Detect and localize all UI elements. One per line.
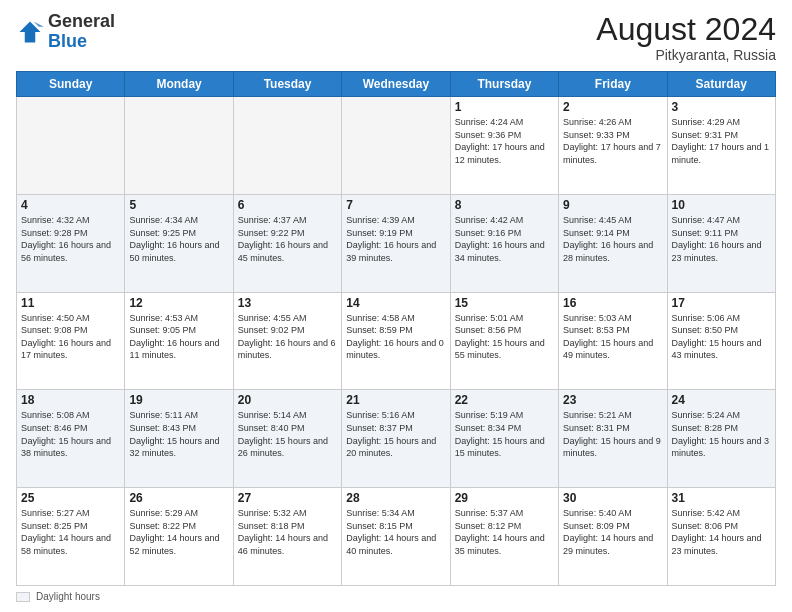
day-info: Sunrise: 4:39 AMSunset: 9:19 PMDaylight:… xyxy=(346,214,445,264)
calendar-cell: 7Sunrise: 4:39 AMSunset: 9:19 PMDaylight… xyxy=(342,194,450,292)
footer: Daylight hours xyxy=(16,591,776,602)
day-info: Sunrise: 5:32 AMSunset: 8:18 PMDaylight:… xyxy=(238,507,337,557)
day-number: 26 xyxy=(129,491,228,505)
day-info: Sunrise: 5:21 AMSunset: 8:31 PMDaylight:… xyxy=(563,409,662,459)
calendar-cell: 18Sunrise: 5:08 AMSunset: 8:46 PMDayligh… xyxy=(17,390,125,488)
day-number: 8 xyxy=(455,198,554,212)
calendar-cell: 14Sunrise: 4:58 AMSunset: 8:59 PMDayligh… xyxy=(342,292,450,390)
day-info: Sunrise: 4:29 AMSunset: 9:31 PMDaylight:… xyxy=(672,116,771,166)
calendar-cell: 11Sunrise: 4:50 AMSunset: 9:08 PMDayligh… xyxy=(17,292,125,390)
day-number: 15 xyxy=(455,296,554,310)
weekday-header-saturday: Saturday xyxy=(667,72,775,97)
weekday-header-friday: Friday xyxy=(559,72,667,97)
calendar-cell: 17Sunrise: 5:06 AMSunset: 8:50 PMDayligh… xyxy=(667,292,775,390)
calendar-cell xyxy=(125,97,233,195)
day-number: 12 xyxy=(129,296,228,310)
calendar-cell: 5Sunrise: 4:34 AMSunset: 9:25 PMDaylight… xyxy=(125,194,233,292)
daylight-label: Daylight hours xyxy=(36,591,100,602)
svg-marker-1 xyxy=(34,21,45,26)
calendar-week-5: 25Sunrise: 5:27 AMSunset: 8:25 PMDayligh… xyxy=(17,488,776,586)
calendar-cell xyxy=(342,97,450,195)
calendar-cell: 20Sunrise: 5:14 AMSunset: 8:40 PMDayligh… xyxy=(233,390,341,488)
location-subtitle: Pitkyaranta, Russia xyxy=(596,47,776,63)
daylight-legend-box xyxy=(16,592,30,602)
calendar-cell: 24Sunrise: 5:24 AMSunset: 8:28 PMDayligh… xyxy=(667,390,775,488)
calendar-week-1: 1Sunrise: 4:24 AMSunset: 9:36 PMDaylight… xyxy=(17,97,776,195)
calendar-cell: 15Sunrise: 5:01 AMSunset: 8:56 PMDayligh… xyxy=(450,292,558,390)
day-number: 7 xyxy=(346,198,445,212)
logo-general-text: General xyxy=(48,11,115,31)
day-number: 27 xyxy=(238,491,337,505)
day-info: Sunrise: 5:19 AMSunset: 8:34 PMDaylight:… xyxy=(455,409,554,459)
calendar-cell: 13Sunrise: 4:55 AMSunset: 9:02 PMDayligh… xyxy=(233,292,341,390)
logo-icon xyxy=(16,18,44,46)
calendar-cell xyxy=(17,97,125,195)
calendar-cell: 2Sunrise: 4:26 AMSunset: 9:33 PMDaylight… xyxy=(559,97,667,195)
day-info: Sunrise: 5:06 AMSunset: 8:50 PMDaylight:… xyxy=(672,312,771,362)
day-info: Sunrise: 5:37 AMSunset: 8:12 PMDaylight:… xyxy=(455,507,554,557)
calendar-cell: 1Sunrise: 4:24 AMSunset: 9:36 PMDaylight… xyxy=(450,97,558,195)
day-number: 18 xyxy=(21,393,120,407)
day-info: Sunrise: 5:24 AMSunset: 8:28 PMDaylight:… xyxy=(672,409,771,459)
day-number: 20 xyxy=(238,393,337,407)
day-info: Sunrise: 4:26 AMSunset: 9:33 PMDaylight:… xyxy=(563,116,662,166)
calendar-cell: 29Sunrise: 5:37 AMSunset: 8:12 PMDayligh… xyxy=(450,488,558,586)
calendar-cell: 31Sunrise: 5:42 AMSunset: 8:06 PMDayligh… xyxy=(667,488,775,586)
day-info: Sunrise: 5:29 AMSunset: 8:22 PMDaylight:… xyxy=(129,507,228,557)
day-info: Sunrise: 4:24 AMSunset: 9:36 PMDaylight:… xyxy=(455,116,554,166)
day-info: Sunrise: 5:08 AMSunset: 8:46 PMDaylight:… xyxy=(21,409,120,459)
calendar-week-3: 11Sunrise: 4:50 AMSunset: 9:08 PMDayligh… xyxy=(17,292,776,390)
calendar-cell: 25Sunrise: 5:27 AMSunset: 8:25 PMDayligh… xyxy=(17,488,125,586)
day-number: 19 xyxy=(129,393,228,407)
page: General Blue August 2024 Pitkyaranta, Ru… xyxy=(0,0,792,612)
day-info: Sunrise: 4:32 AMSunset: 9:28 PMDaylight:… xyxy=(21,214,120,264)
day-info: Sunrise: 4:55 AMSunset: 9:02 PMDaylight:… xyxy=(238,312,337,362)
day-info: Sunrise: 4:53 AMSunset: 9:05 PMDaylight:… xyxy=(129,312,228,362)
day-info: Sunrise: 4:58 AMSunset: 8:59 PMDaylight:… xyxy=(346,312,445,362)
weekday-header-wednesday: Wednesday xyxy=(342,72,450,97)
calendar-cell: 22Sunrise: 5:19 AMSunset: 8:34 PMDayligh… xyxy=(450,390,558,488)
day-number: 10 xyxy=(672,198,771,212)
day-number: 28 xyxy=(346,491,445,505)
day-info: Sunrise: 5:14 AMSunset: 8:40 PMDaylight:… xyxy=(238,409,337,459)
day-number: 9 xyxy=(563,198,662,212)
day-number: 31 xyxy=(672,491,771,505)
day-info: Sunrise: 4:50 AMSunset: 9:08 PMDaylight:… xyxy=(21,312,120,362)
calendar-cell: 9Sunrise: 4:45 AMSunset: 9:14 PMDaylight… xyxy=(559,194,667,292)
calendar-cell xyxy=(233,97,341,195)
calendar-cell: 10Sunrise: 4:47 AMSunset: 9:11 PMDayligh… xyxy=(667,194,775,292)
header: General Blue August 2024 Pitkyaranta, Ru… xyxy=(16,12,776,63)
day-info: Sunrise: 5:34 AMSunset: 8:15 PMDaylight:… xyxy=(346,507,445,557)
day-info: Sunrise: 5:40 AMSunset: 8:09 PMDaylight:… xyxy=(563,507,662,557)
calendar-cell: 19Sunrise: 5:11 AMSunset: 8:43 PMDayligh… xyxy=(125,390,233,488)
calendar-week-2: 4Sunrise: 4:32 AMSunset: 9:28 PMDaylight… xyxy=(17,194,776,292)
day-number: 22 xyxy=(455,393,554,407)
day-info: Sunrise: 5:11 AMSunset: 8:43 PMDaylight:… xyxy=(129,409,228,459)
day-number: 17 xyxy=(672,296,771,310)
day-info: Sunrise: 5:16 AMSunset: 8:37 PMDaylight:… xyxy=(346,409,445,459)
day-info: Sunrise: 5:03 AMSunset: 8:53 PMDaylight:… xyxy=(563,312,662,362)
day-number: 5 xyxy=(129,198,228,212)
day-number: 4 xyxy=(21,198,120,212)
day-number: 29 xyxy=(455,491,554,505)
calendar-cell: 28Sunrise: 5:34 AMSunset: 8:15 PMDayligh… xyxy=(342,488,450,586)
calendar-cell: 16Sunrise: 5:03 AMSunset: 8:53 PMDayligh… xyxy=(559,292,667,390)
day-info: Sunrise: 5:27 AMSunset: 8:25 PMDaylight:… xyxy=(21,507,120,557)
day-number: 23 xyxy=(563,393,662,407)
day-number: 3 xyxy=(672,100,771,114)
logo: General Blue xyxy=(16,12,115,52)
day-number: 14 xyxy=(346,296,445,310)
calendar-table: SundayMondayTuesdayWednesdayThursdayFrid… xyxy=(16,71,776,586)
day-info: Sunrise: 4:37 AMSunset: 9:22 PMDaylight:… xyxy=(238,214,337,264)
day-number: 2 xyxy=(563,100,662,114)
day-info: Sunrise: 5:01 AMSunset: 8:56 PMDaylight:… xyxy=(455,312,554,362)
calendar-cell: 30Sunrise: 5:40 AMSunset: 8:09 PMDayligh… xyxy=(559,488,667,586)
calendar-cell: 8Sunrise: 4:42 AMSunset: 9:16 PMDaylight… xyxy=(450,194,558,292)
calendar-cell: 3Sunrise: 4:29 AMSunset: 9:31 PMDaylight… xyxy=(667,97,775,195)
calendar-cell: 6Sunrise: 4:37 AMSunset: 9:22 PMDaylight… xyxy=(233,194,341,292)
calendar-cell: 23Sunrise: 5:21 AMSunset: 8:31 PMDayligh… xyxy=(559,390,667,488)
calendar-week-4: 18Sunrise: 5:08 AMSunset: 8:46 PMDayligh… xyxy=(17,390,776,488)
title-block: August 2024 Pitkyaranta, Russia xyxy=(596,12,776,63)
weekday-header-thursday: Thursday xyxy=(450,72,558,97)
calendar-cell: 4Sunrise: 4:32 AMSunset: 9:28 PMDaylight… xyxy=(17,194,125,292)
